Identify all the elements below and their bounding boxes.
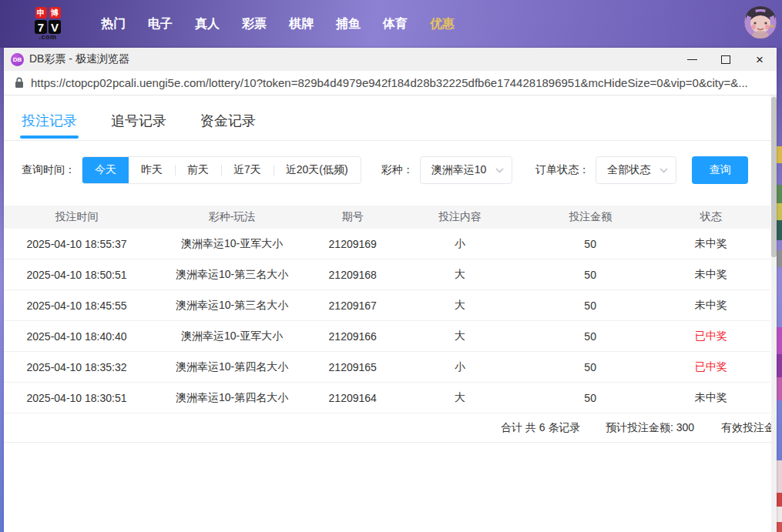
cell-game: 澳洲幸运10-第三名大小 — [149, 268, 314, 282]
background-page-fragment — [777, 493, 782, 507]
avatar-illustration — [744, 6, 777, 38]
background-page-fragment — [777, 146, 782, 163]
cell-time: 2025-04-10 18:55:37 — [4, 238, 149, 250]
site-top-nav: 申 博 7 V .com 热门电子真人彩票棋牌捕鱼体育优惠 — [0, 0, 782, 48]
table-row: 2025-04-10 18:55:37澳洲幸运10-亚军大小21209169小5… — [4, 229, 770, 259]
logo-badges: 申 博 — [35, 7, 61, 18]
cell-status: 未中奖 — [652, 268, 770, 282]
column-header: 彩种-玩法 — [149, 210, 314, 224]
logo-main: 7 V — [35, 20, 61, 34]
column-header: 投注金额 — [529, 210, 652, 224]
cell-time: 2025-04-10 18:50:51 — [4, 269, 149, 281]
cell-content: 大 — [391, 330, 529, 343]
nav-item[interactable]: 捕鱼 — [336, 16, 361, 32]
table-row: 2025-04-10 18:40:40澳洲幸运10-亚军大小21209166大5… — [4, 321, 770, 352]
column-header: 投注时间 — [4, 210, 149, 224]
scrollbar-thumb[interactable] — [771, 97, 777, 257]
cell-content: 大 — [391, 268, 529, 282]
table-header-row: 投注时间彩种-玩法期号投注内容投注金额状态 — [4, 206, 770, 229]
cell-content: 小 — [391, 237, 529, 251]
minimize-button[interactable] — [675, 48, 709, 71]
total-records: 合计 共 6 条记录 — [501, 421, 580, 435]
logo-badge-right: 博 — [49, 7, 61, 18]
table-body: 2025-04-10 18:55:37澳洲幸运10-亚军大小21209169小5… — [4, 229, 770, 413]
cell-amount: 50 — [529, 361, 652, 373]
logo-main-7: 7 — [35, 20, 47, 34]
order-status-label: 订单状态： — [535, 163, 589, 177]
cell-game: 澳洲幸运10-第三名大小 — [149, 299, 314, 313]
page-content: 投注记录追号记录资金记录 查询时间： 今天昨天前天近7天近20天(低频) 彩种：… — [4, 95, 777, 532]
window-controls: × — [675, 48, 777, 71]
close-button[interactable]: × — [743, 48, 777, 71]
background-page-fragment — [777, 377, 782, 400]
site-logo[interactable]: 申 博 7 V .com — [25, 7, 70, 41]
cell-time: 2025-04-10 18:30:51 — [4, 392, 149, 404]
cell-status: 未中奖 — [652, 237, 770, 251]
chevron-down-icon — [659, 168, 668, 173]
time-option[interactable]: 近7天 — [221, 156, 274, 184]
time-option[interactable]: 近20天(低频) — [274, 156, 361, 184]
summary-bar: 合计 共 6 条记录 预计投注金额: 300 有效投注金额 — [4, 413, 773, 443]
window-title: DB彩票 - 极速浏览器 — [29, 52, 129, 66]
cell-issue: 21209169 — [314, 238, 391, 250]
column-header: 状态 — [652, 210, 770, 224]
nav-item[interactable]: 真人 — [195, 16, 220, 32]
background-page-fragment — [777, 460, 782, 493]
time-option[interactable]: 今天 — [82, 156, 129, 184]
background-page-fragment — [777, 327, 782, 354]
cell-content: 小 — [391, 360, 529, 374]
valid-bet-amount: 有效投注金额 — [721, 421, 773, 435]
cell-game: 澳洲幸运10-第四名大小 — [149, 360, 314, 374]
browser-window: DB DB彩票 - 极速浏览器 × https://ctopcp02pcali.… — [4, 48, 777, 532]
screen: 申 博 7 V .com 热门电子真人彩票棋牌捕鱼体育优惠 — [0, 0, 782, 532]
cell-content: 大 — [391, 299, 529, 313]
window-scrollbar[interactable] — [771, 95, 777, 532]
background-page-fragment — [777, 354, 782, 377]
cell-time: 2025-04-10 18:40:40 — [4, 330, 149, 343]
lottery-select[interactable]: 澳洲幸运10 — [420, 156, 513, 184]
window-app-icon: DB — [11, 53, 24, 66]
nav-item[interactable]: 体育 — [383, 16, 408, 32]
background-page-fragment — [777, 507, 782, 522]
nav-item[interactable]: 优惠 — [430, 16, 455, 32]
background-page-fragment — [777, 250, 782, 267]
search-button[interactable]: 查询 — [692, 156, 748, 184]
background-page-fragment — [777, 185, 782, 203]
user-avatar[interactable] — [744, 6, 777, 38]
tab[interactable]: 资金记录 — [200, 112, 256, 140]
time-filter-label: 查询时间： — [22, 163, 76, 177]
address-bar[interactable]: https://ctopcp02pcali.uengi5e.com/lotter… — [4, 71, 777, 95]
cell-content: 大 — [391, 391, 529, 405]
nav-item[interactable]: 棋牌 — [289, 16, 314, 32]
filter-bar: 查询时间： 今天昨天前天近7天近20天(低频) 彩种： 澳洲幸运10 订单状态：… — [4, 156, 777, 184]
nav-item[interactable]: 电子 — [148, 16, 173, 32]
logo-main-v: V — [49, 20, 61, 34]
nav-item[interactable]: 彩票 — [242, 16, 267, 32]
table-row: 2025-04-10 18:45:55澳洲幸运10-第三名大小21209167大… — [4, 290, 770, 321]
bet-records-table: 投注时间彩种-玩法期号投注内容投注金额状态 2025-04-10 18:55:3… — [4, 206, 770, 413]
tab[interactable]: 投注记录 — [22, 112, 77, 140]
maximize-button[interactable] — [709, 48, 743, 71]
order-status-select[interactable]: 全部状态 — [596, 156, 676, 184]
table-row: 2025-04-10 18:30:51澳洲幸运10-第四名大小21209164大… — [4, 383, 770, 413]
cell-amount: 50 — [529, 299, 652, 312]
table-row: 2025-04-10 18:50:51澳洲幸运10-第三名大小21209168大… — [4, 259, 770, 290]
cell-game: 澳洲幸运10-亚军大小 — [149, 330, 314, 343]
cell-amount: 50 — [529, 238, 652, 250]
lottery-select-value: 澳洲幸运10 — [431, 163, 487, 177]
tab[interactable]: 追号记录 — [111, 112, 166, 140]
column-header: 期号 — [314, 210, 391, 224]
cell-status: 未中奖 — [652, 391, 770, 405]
nav-item[interactable]: 热门 — [101, 16, 126, 32]
time-option[interactable]: 前天 — [175, 156, 221, 184]
cell-game: 澳洲幸运10-第四名大小 — [149, 391, 314, 405]
lottery-filter-label: 彩种： — [381, 163, 414, 177]
time-option[interactable]: 昨天 — [129, 156, 175, 184]
cell-amount: 50 — [529, 392, 652, 404]
chevron-down-icon — [495, 168, 504, 173]
window-titlebar[interactable]: DB DB彩票 - 极速浏览器 × — [4, 48, 777, 71]
order-status-value: 全部状态 — [607, 163, 650, 177]
cell-amount: 50 — [529, 269, 652, 281]
cell-amount: 50 — [529, 330, 652, 343]
lock-icon — [15, 77, 24, 89]
